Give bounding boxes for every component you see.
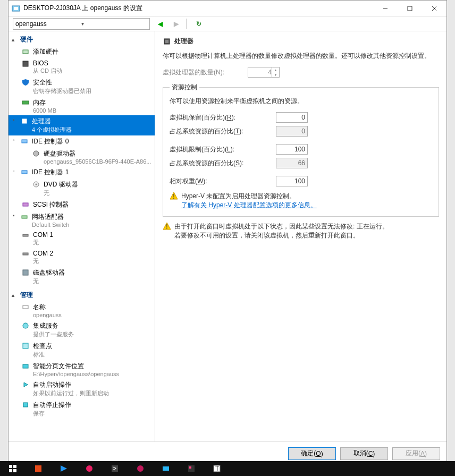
nav-ide1[interactable]: ▫ IDE 控制器 1 — [9, 166, 155, 178]
svg-point-41 — [137, 465, 144, 472]
task-office[interactable] — [26, 461, 51, 476]
nav-network[interactable]: ▪ 网络适配器Default Switch — [9, 211, 155, 230]
svg-rect-6 — [23, 50, 28, 54]
task-intellij[interactable] — [179, 461, 204, 476]
content-pane: 处理器 你可以根据物理计算机上处理器的数量修改虚拟处理器的数量。还可以修改其他资… — [155, 31, 446, 441]
nav-checkpoint[interactable]: 检查点标准 — [9, 340, 155, 360]
vcpu-label: 虚拟处理器的数量(N): — [163, 68, 248, 77]
weight-input[interactable]: 100 — [276, 176, 308, 186]
svg-rect-1 — [14, 7, 18, 10]
svg-rect-3 — [408, 6, 412, 11]
task-terminal[interactable]: > — [102, 461, 128, 476]
services-icon — [21, 321, 30, 330]
hdd-icon — [32, 149, 40, 158]
apply-button: 应用(A) — [392, 447, 440, 460]
svg-rect-25 — [23, 403, 28, 407]
nav-com2[interactable]: COM 2无 — [9, 248, 155, 267]
window-title: DESKTOP-2J030JA 上 opengauss 的设置 — [23, 4, 373, 13]
svg-marker-24 — [24, 382, 28, 387]
learn-more-link[interactable]: 了解有关 Hyper-V 处理器配置选项的更多信息。 — [181, 201, 432, 210]
nav-back-button[interactable]: ◀ — [154, 18, 166, 30]
collapse-icon: ▴ — [12, 37, 19, 42]
reserve-pct-value: 0 — [276, 126, 308, 137]
svg-point-38 — [86, 465, 92, 472]
svg-rect-32 — [9, 465, 12, 468]
limit-label: 虚拟机限制(百分比)(L): — [170, 145, 276, 154]
titlebar: DESKTOP-2J030JA 上 opengauss 的设置 — [9, 1, 446, 16]
cancel-button[interactable]: 取消(C) — [340, 447, 388, 460]
collapse-icon: ▴ — [12, 292, 19, 298]
spin-down: ▼ — [272, 72, 279, 77]
toolbar: opengauss ▾ ◀ ▶ ↻ — [9, 16, 446, 31]
nav-pagefile[interactable]: 智能分页文件位置E:\Hyperv\opengauss\opengauss — [9, 360, 155, 379]
nav-autostart[interactable]: 自动启动操作如果以前运行过，则重新启动 — [9, 379, 155, 399]
ok-button[interactable]: 确定(O) — [288, 447, 336, 460]
memory-icon — [21, 98, 30, 107]
cpu-icon — [163, 37, 171, 46]
minimize-button[interactable] — [373, 1, 398, 16]
svg-rect-16 — [22, 216, 27, 218]
nav-memory[interactable]: 内存6000 MB — [9, 97, 155, 115]
group-hardware[interactable]: ▴硬件 — [9, 33, 155, 46]
svg-marker-37 — [61, 465, 67, 472]
svg-rect-42 — [163, 466, 169, 471]
nav-forward-button[interactable]: ▶ — [170, 18, 182, 30]
nav-scsi[interactable]: SCSI 控制器 — [9, 199, 155, 211]
svg-text:T: T — [215, 465, 220, 472]
warning-text: Hyper-V 未配置为启用处理器资源控制。 — [181, 192, 296, 201]
shield-icon — [21, 78, 30, 87]
nav-autostop[interactable]: 自动停止操作保存 — [9, 399, 155, 419]
group-label: 管理 — [20, 291, 33, 300]
svg-point-11 — [33, 151, 39, 156]
task-app2[interactable] — [128, 461, 153, 476]
nav-com1[interactable]: COM 1无 — [9, 230, 155, 248]
nav-floppy[interactable]: 磁盘驱动器无 — [9, 267, 155, 287]
floppy-icon — [21, 268, 30, 277]
dvd-icon — [32, 180, 40, 189]
svg-rect-7 — [23, 61, 28, 66]
svg-rect-17 — [23, 234, 28, 236]
refresh-button[interactable]: ↻ — [193, 18, 205, 30]
nav-name[interactable]: 名称opengauss — [9, 301, 155, 320]
reserve-input[interactable]: 0 — [276, 112, 308, 123]
nav-add-hardware[interactable]: 添加硬件 — [9, 46, 155, 58]
close-button[interactable] — [422, 1, 446, 16]
limit-input[interactable]: 100 — [276, 144, 308, 155]
nav-processor[interactable]: ▪ 处理器4 个虚拟处理器 — [9, 115, 155, 135]
vm-selector[interactable]: opengauss ▾ — [13, 18, 150, 30]
nav-ide0[interactable]: ▫ IDE 控制器 0 — [9, 135, 155, 148]
add-icon — [21, 47, 30, 56]
svg-rect-19 — [23, 270, 28, 275]
taskbar: > T — [0, 461, 455, 476]
maximize-button[interactable] — [398, 1, 422, 16]
task-vscode[interactable] — [51, 461, 77, 476]
nav-integration[interactable]: 集成服务提供了一些服务 — [9, 320, 155, 340]
svg-rect-15 — [23, 203, 28, 206]
task-text[interactable]: T — [204, 461, 230, 476]
vcpu-spinner: 4 ▲▼ — [248, 67, 280, 78]
checkpoint-icon — [21, 342, 30, 350]
separator — [186, 19, 187, 29]
svg-rect-9 — [22, 119, 27, 123]
task-hyperv[interactable] — [153, 461, 179, 476]
task-app1[interactable] — [77, 461, 102, 476]
svg-rect-8 — [22, 101, 29, 104]
serial-icon — [21, 250, 30, 258]
nav-dvd[interactable]: DVD 驱动器无 — [9, 178, 155, 199]
content-desc: 你可以根据物理计算机上处理器的数量修改虚拟处理器的数量。还可以修改其他资源控制设… — [163, 51, 439, 61]
svg-rect-22 — [23, 343, 28, 348]
nav-bios[interactable]: BIOS从 CD 启动 — [9, 58, 155, 76]
vcpu-value: 4 — [268, 69, 272, 76]
warning-icon: ! — [170, 192, 178, 200]
group-management[interactable]: ▴管理 — [9, 289, 155, 301]
nav-hdd[interactable]: 硬盘驱动器opengauss_95056C1B-96F9-440E-A86... — [9, 148, 155, 166]
network-icon — [20, 212, 29, 221]
chip-icon — [21, 60, 30, 68]
nav-security[interactable]: 安全性密钥存储驱动器已禁用 — [9, 76, 155, 97]
svg-rect-23 — [23, 364, 28, 368]
start-button[interactable] — [0, 461, 26, 476]
running-warning-2: 若要修改不可用的设置，请关闭该虚拟机，然后重新打开此窗口。 — [174, 231, 389, 240]
svg-rect-33 — [13, 465, 16, 468]
svg-rect-36 — [35, 465, 41, 472]
svg-rect-35 — [13, 469, 16, 472]
